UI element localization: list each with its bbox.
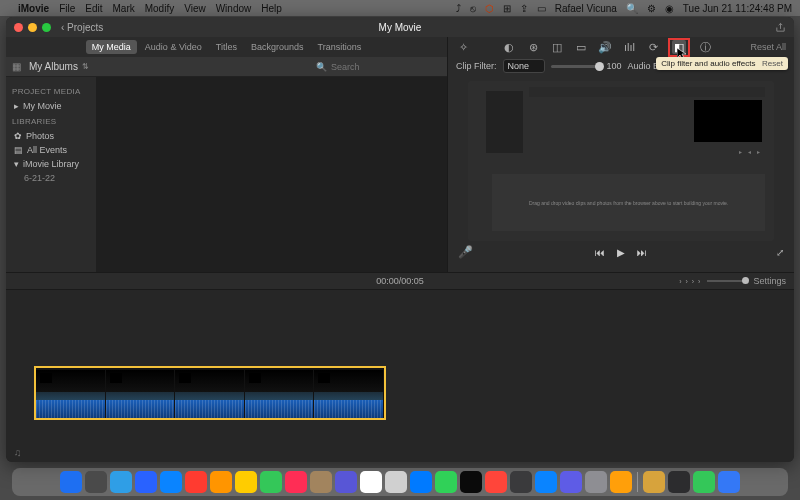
tab-transitions[interactable]: Transitions <box>311 40 367 54</box>
zoom-slider[interactable] <box>707 280 747 282</box>
menu-edit[interactable]: Edit <box>85 3 102 14</box>
sidebar-item-all-events[interactable]: ▤ All Events <box>12 143 90 157</box>
color-balance-icon[interactable]: ◐ <box>502 41 516 54</box>
dock-app[interactable] <box>485 471 507 493</box>
grid-view-icon[interactable]: ▦ <box>12 61 21 72</box>
clock[interactable]: Tue Jun 21 11:24:48 PM <box>683 3 792 14</box>
minimize-button[interactable] <box>28 23 37 32</box>
dock-app[interactable] <box>85 471 107 493</box>
search-input[interactable] <box>331 62 441 72</box>
music-icon[interactable]: ♫ <box>14 447 22 458</box>
dock-app[interactable] <box>610 471 632 493</box>
media-browser-body[interactable] <box>96 77 447 272</box>
dock-app[interactable] <box>210 471 232 493</box>
tab-my-media[interactable]: My Media <box>86 40 137 54</box>
search-icon: 🔍 <box>316 62 327 72</box>
menu-modify[interactable]: Modify <box>145 3 174 14</box>
dock-app[interactable] <box>185 471 207 493</box>
sidebar-item-my-movie[interactable]: ▸ My Movie <box>12 99 90 113</box>
dock-app[interactable] <box>235 471 257 493</box>
tab-audio-video[interactable]: Audio & Video <box>139 40 208 54</box>
reset-button[interactable]: Reset <box>762 59 783 68</box>
dock-app[interactable] <box>385 471 407 493</box>
dock-app[interactable] <box>560 471 582 493</box>
imovie-window: ‹ Projects My Movie My Media Audio & Vid… <box>6 17 794 462</box>
clip-filter-row: Clip Filter: None 100 Audio E Clip filte… <box>448 57 794 75</box>
sidebar-item-event-date[interactable]: 6-21-22 <box>12 171 90 185</box>
timeline[interactable]: ♫ <box>6 290 794 462</box>
timecode-total: 00:05 <box>401 276 424 286</box>
settings-button[interactable]: Settings <box>753 276 786 286</box>
app-menu[interactable]: iMovie <box>18 3 49 14</box>
clip-filter-label: Clip Filter: <box>456 61 497 71</box>
zoom-button[interactable] <box>42 23 51 32</box>
search-icon[interactable]: 🔍 <box>626 3 638 14</box>
user-name[interactable]: Rafael Vicuna <box>555 3 617 14</box>
dock-app[interactable] <box>360 471 382 493</box>
timeline-clip-selected[interactable] <box>36 368 384 418</box>
share-button[interactable] <box>775 22 786 33</box>
siri-icon[interactable]: ◉ <box>665 3 674 14</box>
dock-app[interactable] <box>135 471 157 493</box>
filter-amount-slider[interactable] <box>551 65 601 68</box>
back-to-projects-button[interactable]: ‹ Projects <box>61 22 103 33</box>
battery-icon[interactable]: ▭ <box>537 3 546 14</box>
crop-icon[interactable]: ◫ <box>550 41 564 54</box>
close-button[interactable] <box>14 23 23 32</box>
next-button[interactable]: ⏭ <box>637 247 647 258</box>
menu-help[interactable]: Help <box>261 3 282 14</box>
dock-app[interactable] <box>535 471 557 493</box>
dock-app[interactable] <box>718 471 740 493</box>
reset-all-button[interactable]: Reset All <box>750 42 786 52</box>
clip-filter-select[interactable]: None <box>503 59 545 73</box>
status-icon[interactable]: ⊞ <box>503 3 511 14</box>
dock-app[interactable] <box>668 471 690 493</box>
menu-window[interactable]: Window <box>216 3 252 14</box>
timecode-bar: 00:00 / 00:05 › › › › Settings <box>6 272 794 290</box>
filter-amount-value: 100 <box>607 61 622 71</box>
dock-app[interactable] <box>310 471 332 493</box>
menu-view[interactable]: View <box>184 3 206 14</box>
dock-app[interactable] <box>110 471 132 493</box>
volume-icon[interactable]: 🔊 <box>598 41 612 54</box>
clip-filter-button-highlighted[interactable]: ◧ <box>668 38 690 57</box>
dock-app[interactable] <box>285 471 307 493</box>
shield-icon[interactable]: ⬡ <box>485 3 494 14</box>
stabilization-icon[interactable]: ▭ <box>574 41 588 54</box>
viewer-pane: ✧ ◐ ⊛ ◫ ▭ 🔊 ılıl ⟳ ◧ ⓘ Reset All Clip Fi… <box>448 37 794 272</box>
dock-app[interactable] <box>510 471 532 493</box>
dock-app[interactable] <box>643 471 665 493</box>
viewer-preview[interactable]: ▸ ◂ ▸ Drag and drop video clips and phot… <box>468 81 774 241</box>
noise-reduction-icon[interactable]: ılıl <box>622 41 636 53</box>
dock-app[interactable] <box>410 471 432 493</box>
media-browser-pane: My Media Audio & Video Titles Background… <box>6 37 448 272</box>
playback-controls: 🎤 ⏮ ▶ ⏭ ⤢ <box>448 241 794 263</box>
dock-app[interactable] <box>335 471 357 493</box>
sidebar-item-imovie-library[interactable]: ▾ iMovie Library <box>12 157 90 171</box>
speed-icon[interactable]: ⟳ <box>646 41 660 54</box>
dock-app[interactable] <box>585 471 607 493</box>
wifi-icon[interactable]: ⇪ <box>520 3 528 14</box>
dock-app[interactable] <box>435 471 457 493</box>
tab-backgrounds[interactable]: Backgrounds <box>245 40 310 54</box>
play-button[interactable]: ▶ <box>617 247 625 258</box>
prev-button[interactable]: ⏮ <box>595 247 605 258</box>
enhance-icon[interactable]: ✧ <box>456 41 470 54</box>
status-icon[interactable]: ⤴ <box>456 3 461 14</box>
timecode-current: 00:00 <box>376 276 399 286</box>
dock-app[interactable] <box>260 471 282 493</box>
status-icon[interactable]: ⎋ <box>470 3 476 14</box>
control-center-icon[interactable]: ⚙ <box>647 3 656 14</box>
color-correction-icon[interactable]: ⊛ <box>526 41 540 54</box>
albums-dropdown[interactable]: My Albums ⇅ <box>29 61 89 72</box>
media-tabs: My Media Audio & Video Titles Background… <box>6 37 447 57</box>
info-icon[interactable]: ⓘ <box>698 40 712 55</box>
dock-app[interactable] <box>693 471 715 493</box>
tab-titles[interactable]: Titles <box>210 40 243 54</box>
menu-file[interactable]: File <box>59 3 75 14</box>
sidebar-item-photos[interactable]: ✿ Photos <box>12 129 90 143</box>
dock-app[interactable] <box>160 471 182 493</box>
menu-mark[interactable]: Mark <box>112 3 134 14</box>
dock-app[interactable] <box>60 471 82 493</box>
dock-app[interactable] <box>460 471 482 493</box>
